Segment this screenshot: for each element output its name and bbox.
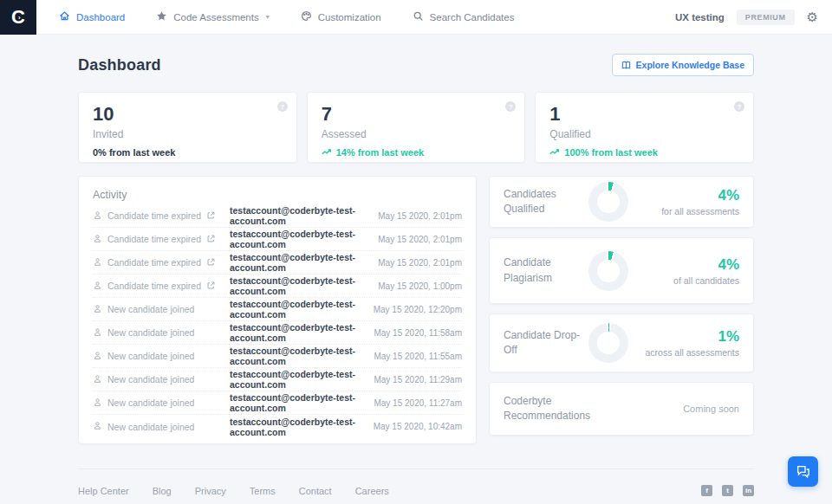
stat-card-assessed: 7Assessed14% from last week?	[307, 92, 526, 163]
activity-date: May 15 2020, 11:55am	[374, 352, 462, 361]
metric-card-coderbyte-recommendations: Coderbyte RecommendationsComing soon	[489, 382, 754, 436]
candidate-email[interactable]: testaccount@coderbyte-test-account.com	[230, 392, 374, 413]
donut-hole	[597, 332, 620, 354]
activity-row: Candidate time expiredtestaccount@coderb…	[93, 228, 462, 251]
stat-value: 10	[93, 103, 283, 126]
activity-row: Candidate time expiredtestaccount@coderb…	[93, 251, 462, 275]
nav-item-label: Dashboard	[76, 12, 125, 23]
candidate-email[interactable]: testaccount@coderbyte-test-account.com	[230, 229, 378, 249]
help-icon[interactable]: ?	[277, 101, 288, 112]
top-navbar: C › DashboardCode Assessments▾Customizat…	[0, 0, 832, 35]
home-icon	[59, 10, 70, 23]
footer: Help CenterBlogPrivacyTermsContactCareer…	[78, 468, 754, 496]
help-icon[interactable]: ?	[734, 101, 744, 112]
coming-soon-label: Coming soon	[683, 404, 739, 414]
candidate-email[interactable]: testaccount@coderbyte-test-account.com	[230, 346, 374, 366]
social-icons: ftin	[701, 485, 754, 496]
candidate-email[interactable]: testaccount@coderbyte-test-account.com	[230, 417, 374, 437]
external-link-icon[interactable]	[206, 234, 216, 245]
person-icon	[93, 257, 102, 268]
nav-right: UX testing PREMIUM ⚙	[675, 10, 832, 25]
footer-link-help-center[interactable]: Help Center	[78, 486, 129, 496]
explore-knowledge-base-button[interactable]: Explore Knowledge Base	[612, 54, 754, 76]
activity-row: New candidate joinedtestaccount@coderbyt…	[93, 368, 462, 391]
nav-item-code-assessments[interactable]: Code Assessments▾	[156, 10, 269, 23]
activity-event-label: Candidate time expired	[107, 210, 201, 221]
metric-card-candidate-drop-off: Candidate Drop-Off1%across all assessmen…	[489, 313, 754, 372]
activity-list: Candidate time expiredtestaccount@coderb…	[93, 204, 462, 438]
stat-delta-text: 100% from last week	[564, 147, 658, 158]
candidate-email[interactable]: testaccount@coderbyte-test-account.com	[230, 205, 378, 226]
person-icon	[93, 327, 102, 339]
nav-item-search-candidates[interactable]: Search Candidates	[413, 10, 515, 23]
facebook-icon[interactable]: f	[701, 485, 712, 496]
metric-donut-wrap	[586, 251, 631, 291]
account-name[interactable]: UX testing	[675, 12, 725, 23]
nav-item-label: Customization	[318, 12, 381, 23]
footer-link-contact[interactable]: Contact	[299, 486, 332, 496]
nav-item-label: Search Candidates	[430, 12, 515, 23]
nav-item-customization[interactable]: Customization	[301, 10, 381, 23]
person-icon	[93, 281, 102, 292]
activity-row: New candidate joinedtestaccount@coderbyt…	[93, 415, 462, 438]
stat-value: 7	[322, 103, 511, 126]
trend-up-icon	[322, 147, 332, 158]
linkedin-icon[interactable]: in	[743, 485, 754, 496]
twitter-icon[interactable]: t	[722, 485, 733, 496]
footer-links: Help CenterBlogPrivacyTermsContactCareer…	[78, 486, 389, 496]
metric-percent: 4%	[631, 187, 739, 204]
stat-label: Qualified	[549, 128, 739, 140]
footer-link-blog[interactable]: Blog	[153, 486, 172, 496]
activity-date: May 15 2020, 11:58am	[374, 328, 462, 338]
activity-row: Candidate time expiredtestaccount@coderb…	[93, 275, 462, 298]
person-icon	[93, 304, 102, 315]
gear-icon[interactable]: ⚙	[807, 10, 818, 23]
activity-event: New candidate joined	[93, 351, 230, 362]
candidate-email[interactable]: testaccount@coderbyte-test-account.com	[230, 369, 374, 390]
stats-row: 10Invited0% from last week?7Assessed14% …	[78, 92, 754, 163]
explore-knowledge-base-label: Explore Knowledge Base	[636, 60, 744, 70]
nav-item-dashboard[interactable]: Dashboard	[59, 10, 125, 23]
help-icon[interactable]: ?	[505, 101, 516, 112]
activity-row: New candidate joinedtestaccount@coderbyt…	[93, 321, 462, 345]
main-row: Activity Candidate time expiredtestaccou…	[78, 176, 754, 444]
activity-row: New candidate joinedtestaccount@coderbyt…	[93, 298, 462, 321]
person-icon	[93, 210, 102, 222]
person-icon	[93, 351, 102, 362]
candidate-email[interactable]: testaccount@coderbyte-test-account.com	[230, 322, 374, 343]
person-icon	[93, 421, 102, 432]
metric-card-candidates-qualified: Candidates Qualified4%for all assessment…	[489, 176, 754, 228]
activity-row: Candidate time expiredtestaccount@coderb…	[93, 204, 462, 228]
metric-caption: across all assessments	[631, 347, 739, 358]
stat-delta: 100% from last week	[549, 147, 739, 158]
main-nav: DashboardCode Assessments▾CustomizationS…	[59, 10, 514, 23]
activity-row: New candidate joinedtestaccount@coderbyt…	[93, 391, 462, 415]
footer-link-privacy[interactable]: Privacy	[195, 486, 226, 496]
metric-card-candidate-plagiarism: Candidate Plagiarism4%of all candidates	[489, 237, 754, 304]
activity-event-label: New candidate joined	[107, 304, 194, 314]
activity-date: May 15 2020, 2:01pm	[378, 211, 462, 221]
chevron-down-icon: ▾	[266, 13, 270, 21]
activity-event: New candidate joined	[93, 304, 230, 315]
external-link-icon[interactable]	[206, 281, 216, 292]
activity-date: May 15 2020, 12:20pm	[374, 305, 462, 314]
candidate-email[interactable]: testaccount@coderbyte-test-account.com	[230, 252, 378, 273]
metric-caption: of all candidates	[631, 275, 739, 286]
metric-label: Candidates Qualified	[504, 187, 586, 217]
activity-event: New candidate joined	[93, 421, 230, 432]
external-link-icon[interactable]	[206, 210, 216, 222]
footer-link-terms[interactable]: Terms	[250, 486, 276, 496]
external-link-icon[interactable]	[206, 257, 216, 268]
chat-bubbles-icon	[796, 465, 810, 478]
activity-event-label: New candidate joined	[107, 397, 194, 408]
person-icon	[93, 374, 102, 385]
chat-widget-button[interactable]	[788, 456, 818, 487]
footer-link-careers[interactable]: Careers	[355, 486, 389, 496]
activity-date: May 15 2020, 11:27am	[374, 398, 462, 408]
candidate-email[interactable]: testaccount@coderbyte-test-account.com	[230, 299, 374, 320]
coderbyte-logo[interactable]: C ›	[0, 0, 36, 35]
candidate-email[interactable]: testaccount@coderbyte-test-account.com	[230, 275, 378, 296]
metric-right: 4%of all candidates	[631, 256, 739, 286]
metric-cards-column: Candidates Qualified4%for all assessment…	[489, 176, 754, 436]
search-icon	[413, 10, 424, 23]
